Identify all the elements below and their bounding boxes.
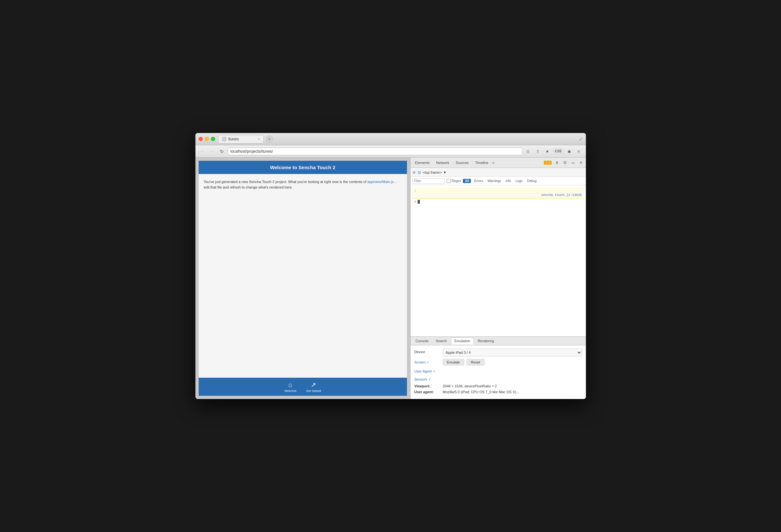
console-filter-bar: Regex All Errors Warnings Info Logs Debu… (411, 177, 586, 185)
app-footer: ⌂ Welcome ↗ Get Started (199, 378, 407, 396)
devtools-toolbar: Elements Network Sources Timeline » ⚠ 1 … (411, 158, 586, 168)
css-button[interactable]: CSS (553, 148, 563, 154)
dock-icon[interactable]: ▭ (570, 160, 576, 166)
screen-label: Screen ✓ (414, 359, 440, 364)
filter-info-tab[interactable]: Info (504, 179, 512, 183)
content-area: Welcome to Sencha Touch 2 You've just ge… (195, 158, 586, 399)
settings-icon[interactable]: ⚙ (562, 160, 568, 166)
address-bar[interactable]: localhost/projects/itunes/ (228, 147, 522, 155)
devtools-icons: ⚠ 1 ⏸ ⚙ ▭ ✕ (544, 160, 584, 166)
menu-icon[interactable]: ≡ (575, 147, 583, 155)
screen-row: Screen ✓ Emulate Reset (414, 359, 582, 365)
browser-viewport: Welcome to Sencha Touch 2 You've just ge… (195, 158, 410, 399)
traffic-lights (199, 137, 215, 141)
sensors-row: Sensors ✓ (414, 376, 582, 382)
pause-icon[interactable]: ⏸ (553, 160, 560, 166)
bottom-tab-rendering[interactable]: Rendering (475, 338, 497, 344)
filter-input[interactable] (412, 178, 445, 184)
share-icon[interactable]: ⎙ (524, 147, 532, 155)
bookmark-icon[interactable]: ⇧ (534, 147, 542, 155)
console-prompt: > (412, 198, 584, 205)
device-label: Device (414, 349, 440, 354)
useragent-link[interactable]: User Agent ✓ (414, 369, 436, 373)
new-tab-button[interactable]: + (265, 135, 273, 143)
nav-tools: ⎙ ⇧ ★ CSS ◉ ≡ (524, 147, 583, 155)
title-bar: Itunes × + ⤢ (195, 133, 586, 145)
back-button[interactable]: ← (199, 147, 206, 155)
device-row: Device Apple iPad 3 / 4 (414, 349, 582, 356)
devtools-tab-timeline[interactable]: Timeline (472, 160, 491, 166)
browser-window: Itunes × + ⤢ ← → ↻ localhost/projects/it… (195, 133, 586, 399)
filter-logs-tab[interactable]: Logs (514, 179, 524, 183)
useragent-info-row: User agent: Mozilla/5.0 (iPad; CPU OS 7_… (414, 390, 582, 394)
regex-label: Regex (447, 179, 461, 183)
frame-selector[interactable]: <top frame> ▼ (423, 170, 447, 174)
bottom-tab-emulation[interactable]: Emulation (451, 337, 474, 345)
warning-text: ⚠ (414, 188, 582, 193)
prohibit-icon[interactable]: ⊘ (412, 170, 416, 175)
footer-tab-getstarted[interactable]: ↗ Get Started (306, 381, 321, 393)
viewport-info-row: Viewport: 2048 × 1536, devicePixelRatio … (414, 384, 582, 388)
bottom-tab-search[interactable]: Search (433, 338, 450, 344)
forward-button[interactable]: → (208, 147, 216, 155)
frame-dropdown-icon: ▼ (443, 170, 447, 174)
screen-link[interactable]: Screen ✓ (414, 360, 429, 364)
star-icon[interactable]: ★ (544, 147, 551, 155)
console-output: ⚠ sencha-touch.js:13036 > (411, 185, 586, 337)
filter-icon[interactable]: ⊟ (418, 170, 421, 175)
url-text: localhost/projects/itunes/ (231, 149, 273, 154)
app-title: Welcome to Sencha Touch 2 (270, 165, 335, 170)
devtools-panel: Elements Network Sources Timeline » ⚠ 1 … (410, 158, 586, 399)
devtools-bottom-tabs: Console Search Emulation Rendering (411, 337, 586, 345)
emulate-button[interactable]: Emulate (443, 359, 464, 365)
reload-button[interactable]: ↻ (218, 147, 226, 155)
maximize-button[interactable] (211, 137, 215, 141)
body-text: You've just generated a new Sencha Touch… (204, 180, 368, 184)
filter-errors-tab[interactable]: Errors (473, 179, 484, 183)
tab-favicon (222, 137, 227, 141)
close-button[interactable] (199, 137, 203, 141)
filter-warnings-tab[interactable]: Warnings (486, 179, 502, 183)
fullscreen-icon[interactable]: ⤢ (579, 137, 583, 142)
console-warning-row: ⚠ sencha-touch.js:13036 (412, 187, 584, 198)
warning-badge: ⚠ 1 (544, 161, 552, 165)
devtools-tab-sources[interactable]: Sources (453, 160, 471, 166)
filter-debug-tab[interactable]: Debug (526, 179, 538, 183)
tab-bar: Itunes × + (218, 135, 579, 143)
color-wheel-icon[interactable]: ◉ (565, 147, 573, 155)
bottom-tab-console[interactable]: Console (412, 338, 432, 344)
device-select[interactable]: Apple iPad 3 / 4 (443, 349, 582, 356)
devtools-subbar: ⊘ ⊟ <top frame> ▼ (411, 168, 586, 177)
regex-checkbox[interactable] (447, 179, 451, 183)
app-body: You've just generated a new Sencha Touch… (199, 174, 407, 378)
sensors-link[interactable]: Sensors ✓ (414, 378, 431, 381)
app-content: Welcome to Sencha Touch 2 You've just ge… (199, 161, 407, 396)
useragent-row: User Agent ✓ (414, 368, 582, 373)
close-devtools-icon[interactable]: ✕ (578, 160, 584, 166)
frame-label: <top frame> (423, 170, 442, 174)
devtools-more-icon[interactable]: » (492, 161, 494, 165)
share-tab-icon: ↗ (311, 381, 316, 389)
sensors-label: Sensors ✓ (414, 376, 440, 382)
useragent-field-label: User Agent ✓ (414, 368, 440, 373)
devtools-tab-elements[interactable]: Elements (412, 160, 433, 166)
nav-bar: ← → ↻ localhost/projects/itunes/ ⎙ ⇧ ★ C… (195, 145, 586, 158)
welcome-label: Welcome (284, 389, 296, 393)
footer-tab-welcome[interactable]: ⌂ Welcome (284, 381, 296, 393)
warning-icon: ⚠ (414, 189, 417, 193)
home-icon: ⌂ (288, 381, 292, 389)
tab-close-button[interactable]: × (258, 137, 260, 141)
reset-button[interactable]: Reset (467, 359, 485, 365)
console-cursor[interactable] (418, 200, 420, 204)
app-header: Welcome to Sencha Touch 2 (199, 161, 407, 174)
browser-tab[interactable]: Itunes × (218, 135, 263, 143)
useragent-label: User agent: (414, 390, 440, 394)
viewport-value: 2048 × 1536, devicePixelRatio = 2 (443, 384, 497, 388)
devtools-tab-network[interactable]: Network (434, 160, 452, 166)
filter-all-button[interactable]: All (463, 179, 471, 183)
useragent-value: Mozilla/5.0 (iPad; CPU OS 7_0 like Mac O… (443, 390, 519, 394)
tab-label: Itunes (229, 137, 239, 141)
console-source-link[interactable]: sencha-touch.js:13036 (414, 193, 582, 197)
minimize-button[interactable] (205, 137, 209, 141)
main-js-link[interactable]: app/view/Main.js (367, 180, 394, 184)
